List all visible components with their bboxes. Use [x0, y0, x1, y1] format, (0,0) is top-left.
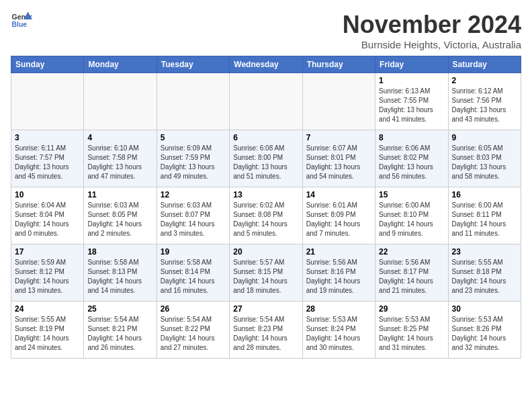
day-info: Sunrise: 6:03 AMSunset: 8:07 PMDaylight:…	[161, 201, 226, 238]
day-number: 25	[87, 304, 152, 314]
day-number: 23	[452, 247, 517, 257]
day-cell-2: 2Sunrise: 6:12 AMSunset: 7:56 PMDaylight…	[448, 73, 521, 130]
day-info: Sunrise: 5:54 AMSunset: 8:23 PMDaylight:…	[233, 315, 298, 353]
day-number: 10	[15, 190, 80, 199]
calendar-header-row: SundayMondayTuesdayWednesdayThursdayFrid…	[11, 56, 521, 73]
day-info: Sunrise: 6:03 AMSunset: 8:05 PMDaylight:…	[87, 201, 152, 238]
svg-text:Blue: Blue	[12, 21, 28, 28]
week-row-3: 10Sunrise: 6:04 AMSunset: 8:04 PMDayligh…	[11, 187, 521, 244]
day-cell-21: 21Sunrise: 5:56 AMSunset: 8:16 PMDayligh…	[302, 244, 375, 302]
empty-cell	[157, 73, 229, 130]
day-info: Sunrise: 6:11 AMSunset: 7:57 PMDaylight:…	[15, 144, 80, 181]
day-number: 11	[87, 190, 152, 199]
day-info: Sunrise: 6:02 AMSunset: 8:08 PMDaylight:…	[233, 201, 298, 238]
day-number: 27	[233, 304, 298, 314]
day-cell-6: 6Sunrise: 6:08 AMSunset: 8:00 PMDaylight…	[230, 130, 302, 187]
col-header-friday: Friday	[375, 56, 448, 73]
day-cell-19: 19Sunrise: 5:58 AMSunset: 8:14 PMDayligh…	[157, 244, 229, 302]
day-number: 18	[87, 247, 152, 257]
day-info: Sunrise: 5:58 AMSunset: 8:13 PMDaylight:…	[87, 258, 152, 295]
col-header-sunday: Sunday	[11, 56, 84, 73]
day-number: 20	[233, 247, 298, 257]
day-cell-17: 17Sunrise: 5:59 AMSunset: 8:12 PMDayligh…	[11, 244, 84, 302]
week-row-4: 17Sunrise: 5:59 AMSunset: 8:12 PMDayligh…	[11, 244, 521, 302]
day-info: Sunrise: 6:07 AMSunset: 8:01 PMDaylight:…	[306, 144, 371, 181]
day-cell-9: 9Sunrise: 6:05 AMSunset: 8:03 PMDaylight…	[448, 130, 521, 187]
day-number: 9	[452, 133, 517, 142]
day-info: Sunrise: 6:08 AMSunset: 8:00 PMDaylight:…	[233, 144, 298, 181]
day-info: Sunrise: 5:53 AMSunset: 8:26 PMDaylight:…	[452, 315, 517, 353]
day-info: Sunrise: 5:59 AMSunset: 8:12 PMDaylight:…	[15, 258, 80, 295]
day-cell-7: 7Sunrise: 6:07 AMSunset: 8:01 PMDaylight…	[302, 130, 375, 187]
day-number: 1	[379, 76, 444, 85]
week-row-5: 24Sunrise: 5:55 AMSunset: 8:19 PMDayligh…	[11, 302, 521, 359]
day-cell-18: 18Sunrise: 5:58 AMSunset: 8:13 PMDayligh…	[84, 244, 157, 302]
day-number: 3	[15, 133, 80, 142]
day-number: 4	[87, 133, 152, 142]
day-cell-30: 30Sunrise: 5:53 AMSunset: 8:26 PMDayligh…	[448, 302, 521, 359]
day-cell-26: 26Sunrise: 5:54 AMSunset: 8:22 PMDayligh…	[157, 302, 229, 359]
day-info: Sunrise: 6:09 AMSunset: 7:59 PMDaylight:…	[161, 144, 226, 181]
day-number: 8	[379, 133, 444, 142]
day-number: 29	[379, 304, 444, 314]
day-cell-28: 28Sunrise: 5:53 AMSunset: 8:24 PMDayligh…	[302, 302, 375, 359]
day-cell-14: 14Sunrise: 6:01 AMSunset: 8:09 PMDayligh…	[302, 187, 375, 244]
day-info: Sunrise: 5:57 AMSunset: 8:15 PMDaylight:…	[233, 258, 298, 295]
day-info: Sunrise: 6:04 AMSunset: 8:04 PMDaylight:…	[15, 201, 80, 238]
day-info: Sunrise: 6:05 AMSunset: 8:03 PMDaylight:…	[452, 144, 517, 181]
col-header-monday: Monday	[84, 56, 157, 73]
day-info: Sunrise: 5:53 AMSunset: 8:25 PMDaylight:…	[379, 315, 444, 353]
day-cell-12: 12Sunrise: 6:03 AMSunset: 8:07 PMDayligh…	[157, 187, 229, 244]
col-header-wednesday: Wednesday	[230, 56, 302, 73]
day-cell-8: 8Sunrise: 6:06 AMSunset: 8:02 PMDaylight…	[375, 130, 448, 187]
day-number: 6	[233, 133, 298, 142]
day-number: 13	[233, 190, 298, 199]
day-cell-27: 27Sunrise: 5:54 AMSunset: 8:23 PMDayligh…	[230, 302, 302, 359]
day-cell-1: 1Sunrise: 6:13 AMSunset: 7:55 PMDaylight…	[375, 73, 448, 130]
day-cell-3: 3Sunrise: 6:11 AMSunset: 7:57 PMDaylight…	[11, 130, 84, 187]
day-info: Sunrise: 5:54 AMSunset: 8:22 PMDaylight:…	[161, 315, 226, 353]
day-number: 16	[452, 190, 517, 199]
empty-cell	[11, 73, 84, 130]
day-cell-22: 22Sunrise: 5:56 AMSunset: 8:17 PMDayligh…	[375, 244, 448, 302]
day-info: Sunrise: 6:12 AMSunset: 7:56 PMDaylight:…	[452, 87, 517, 124]
day-info: Sunrise: 5:56 AMSunset: 8:16 PMDaylight:…	[306, 258, 371, 295]
day-number: 22	[379, 247, 444, 257]
day-info: Sunrise: 5:53 AMSunset: 8:24 PMDaylight:…	[306, 315, 371, 353]
day-number: 5	[161, 133, 226, 142]
day-number: 21	[306, 247, 371, 257]
week-row-1: 1Sunrise: 6:13 AMSunset: 7:55 PMDaylight…	[11, 73, 521, 130]
day-number: 2	[452, 76, 517, 85]
day-info: Sunrise: 5:58 AMSunset: 8:14 PMDaylight:…	[161, 258, 226, 295]
day-info: Sunrise: 5:56 AMSunset: 8:17 PMDaylight:…	[379, 258, 444, 295]
col-header-thursday: Thursday	[302, 56, 375, 73]
day-number: 15	[379, 190, 444, 199]
day-info: Sunrise: 6:00 AMSunset: 8:11 PMDaylight:…	[452, 201, 517, 238]
day-info: Sunrise: 6:06 AMSunset: 8:02 PMDaylight:…	[379, 144, 444, 181]
day-number: 28	[306, 304, 371, 314]
day-info: Sunrise: 6:13 AMSunset: 7:55 PMDaylight:…	[379, 87, 444, 124]
col-header-saturday: Saturday	[448, 56, 521, 73]
day-cell-5: 5Sunrise: 6:09 AMSunset: 7:59 PMDaylight…	[157, 130, 229, 187]
day-info: Sunrise: 5:54 AMSunset: 8:21 PMDaylight:…	[87, 315, 152, 353]
location-subtitle: Burnside Heights, Victoria, Australia	[343, 39, 521, 50]
title-area: November 2024 Burnside Heights, Victoria…	[343, 11, 521, 50]
day-number: 12	[161, 190, 226, 199]
day-number: 7	[306, 133, 371, 142]
day-cell-29: 29Sunrise: 5:53 AMSunset: 8:25 PMDayligh…	[375, 302, 448, 359]
day-cell-15: 15Sunrise: 6:00 AMSunset: 8:10 PMDayligh…	[375, 187, 448, 244]
day-cell-24: 24Sunrise: 5:55 AMSunset: 8:19 PMDayligh…	[11, 302, 84, 359]
day-number: 19	[161, 247, 226, 257]
calendar-table: SundayMondayTuesdayWednesdayThursdayFrid…	[11, 56, 521, 359]
day-number: 14	[306, 190, 371, 199]
day-info: Sunrise: 6:10 AMSunset: 7:58 PMDaylight:…	[87, 144, 152, 181]
week-row-2: 3Sunrise: 6:11 AMSunset: 7:57 PMDaylight…	[11, 130, 521, 187]
day-info: Sunrise: 5:55 AMSunset: 8:19 PMDaylight:…	[15, 315, 80, 353]
day-cell-16: 16Sunrise: 6:00 AMSunset: 8:11 PMDayligh…	[448, 187, 521, 244]
day-info: Sunrise: 6:01 AMSunset: 8:09 PMDaylight:…	[306, 201, 371, 238]
day-cell-25: 25Sunrise: 5:54 AMSunset: 8:21 PMDayligh…	[84, 302, 157, 359]
day-number: 24	[15, 304, 80, 314]
logo-icon: General Blue	[11, 11, 32, 30]
day-info: Sunrise: 6:00 AMSunset: 8:10 PMDaylight:…	[379, 201, 444, 238]
empty-cell	[230, 73, 302, 130]
